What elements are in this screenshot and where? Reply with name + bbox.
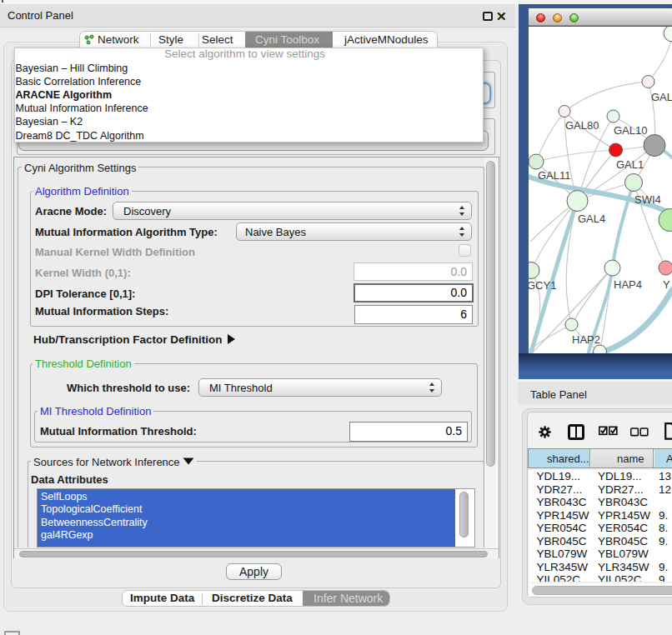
svg-text:GAL: GAL [651,91,672,103]
svg-text:Y: Y [663,278,670,291]
svg-text:SWI4: SWI4 [634,193,661,206]
svg-text:GAL4: GAL4 [578,212,605,225]
svg-text:GAL10: GAL10 [614,124,647,137]
svg-text:GAL80: GAL80 [565,119,599,132]
svg-text:HAP2: HAP2 [572,333,600,346]
svg-text:GAL11: GAL11 [538,169,571,182]
svg-text:GCY1: GCY1 [529,279,556,292]
svg-text:GAL1: GAL1 [616,158,644,171]
svg-text:HAP4: HAP4 [614,278,642,291]
